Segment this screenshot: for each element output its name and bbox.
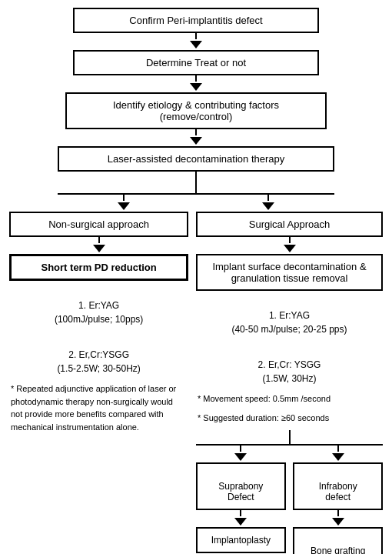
left-arrow-head: [118, 202, 130, 210]
left-branch-line1: [98, 237, 100, 243]
right-header-box: Surgical Approach: [196, 212, 383, 237]
sub-left-box: Suprabony Defect: [196, 462, 286, 510]
arrow-head: [190, 41, 202, 48]
sub-left-bottom-box: Implantoplasty: [196, 527, 286, 553]
left-box1: Short term PD reduction: [9, 254, 188, 281]
right-note2: * Suggested duration: ≥60 seconds: [196, 409, 383, 428]
sub-left-arrow2: [234, 518, 247, 526]
step2-label: Determine Treat or not: [146, 57, 246, 68]
t-connector: [58, 172, 334, 195]
left-arrow-container: [58, 195, 191, 212]
sub-right-line: [337, 446, 339, 452]
right-header-label: Surgical Approach: [249, 219, 331, 230]
sub-right-arrow2: [332, 518, 344, 526]
right-note1: * Movement speed: 0.5mm /second: [196, 389, 383, 409]
right-branch-line1: [289, 237, 291, 243]
branch-arrows: [58, 195, 334, 212]
arrow-line: [195, 129, 197, 135]
step1-label: Confirm Peri-implantitis defect: [129, 15, 262, 26]
left-arrow2: [93, 245, 105, 252]
step1-box: Confirm Peri-implantitis defect: [73, 8, 319, 33]
right-box1-line1: Implant surface decontamination &: [212, 261, 366, 272]
arrow1: [190, 33, 202, 50]
right-text1: 1. Er:YAG (40-50 mJ/pulse; 20-25 pps): [196, 291, 383, 340]
right-arrow-container: [201, 195, 334, 212]
arrow2: [190, 75, 202, 92]
sub-left-branch: Suprabony Defect Implantoplasty: [196, 446, 286, 553]
arrow-line: [195, 33, 197, 39]
v-line-center: [195, 172, 197, 195]
sub-left-arrow: [234, 453, 247, 461]
right-arrow-line: [267, 195, 269, 201]
arrow-line: [195, 75, 197, 82]
left-arrow-line: [123, 195, 125, 201]
left-text1: 1. Er:YAG (100mJ/pulse; 10pps): [9, 281, 188, 330]
sub-right-arrow: [332, 453, 344, 461]
right-box1: Implant surface decontamination & granul…: [196, 254, 383, 291]
right-branch: Surgical Approach Implant surface decont…: [196, 212, 383, 554]
right-text2: 2. Er,Cr: YSGG (1.5W, 30Hz): [196, 340, 383, 389]
left-note: * Repeated adjunctive application of las…: [9, 379, 188, 436]
arrow3: [190, 129, 202, 146]
arrow-head: [190, 137, 202, 145]
left-header-box: Non-surgical approach: [9, 212, 188, 237]
left-branch: Non-surgical approach Short term PD redu…: [9, 212, 188, 436]
step4-label: Laser-assisted decontamination therapy: [108, 153, 285, 165]
step3-box: Identify etiology & contributing factors…: [65, 92, 327, 129]
step4-box: Laser-assisted decontamination therapy: [58, 146, 334, 172]
left-box1-label: Short term PD reduction: [42, 262, 157, 273]
left-header-label: Non-surgical approach: [48, 219, 149, 230]
right-arrow2: [284, 245, 296, 252]
left-text2: 2. Er,Cr:YSGG (1.5-2.5W; 30-50Hz): [9, 330, 188, 379]
flowchart: Confirm Peri-implantitis defect Determin…: [8, 8, 384, 554]
sub-h-line: [196, 444, 383, 446]
sub-left-line: [240, 446, 241, 452]
sub-split: Suprabony Defect Implantoplasty Infrabon…: [196, 446, 383, 554]
sub-v-center: [289, 430, 291, 446]
step2-box: Determine Treat or not: [73, 50, 319, 75]
sub-left-line2: [240, 510, 241, 516]
arrow-head: [190, 83, 202, 91]
right-arrow-head: [262, 202, 274, 210]
step3-label: Identify etiology & contributing factors…: [113, 99, 279, 122]
h-line: [58, 193, 334, 195]
sub-right-box: Infrabony defect: [293, 462, 383, 510]
right-box1-line2: granulation tissue removal: [231, 272, 348, 284]
sub-right-branch: Infrabony defect Bone grafting w/o membr…: [293, 446, 383, 554]
sub-t-connector: [196, 430, 383, 446]
sub-right-bottom-box: Bone grafting w/o membrane: [293, 527, 383, 554]
sub-right-line2: [337, 510, 339, 516]
split-section: Non-surgical approach Short term PD redu…: [8, 212, 384, 554]
